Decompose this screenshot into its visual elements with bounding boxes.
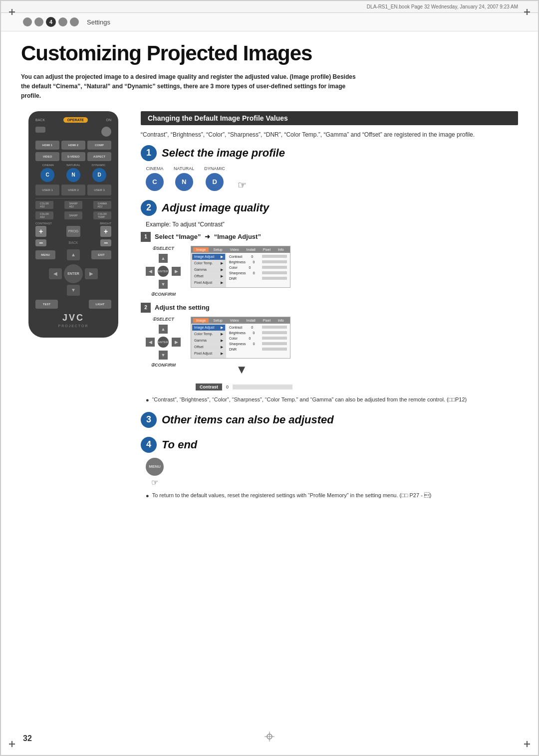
- minus-row: − BACK −: [35, 239, 111, 246]
- tab-info-2[interactable]: Info: [275, 318, 287, 323]
- mini-left-2[interactable]: ◀: [146, 338, 155, 347]
- user-row: USER 1 USER 2 USER 3: [35, 185, 111, 195]
- natural-profile-button[interactable]: N: [175, 173, 193, 191]
- cinema-profile-button[interactable]: C: [146, 173, 164, 191]
- menu-round-button[interactable]: MENU: [146, 458, 164, 476]
- small-button-left[interactable]: [35, 127, 45, 133]
- mini-enter-2[interactable]: ENTER: [158, 337, 169, 348]
- bright-minus[interactable]: −: [100, 239, 111, 246]
- test-button[interactable]: TEST: [35, 300, 58, 309]
- down-button[interactable]: ▼: [67, 285, 80, 296]
- test-light-row: TEST LIGHT: [35, 300, 111, 309]
- corner-tl: [9, 9, 18, 18]
- tab-install-2[interactable]: Install: [244, 318, 259, 323]
- contrast-minus[interactable]: −: [35, 239, 46, 246]
- menu-pixel-adjust[interactable]: Pixel Adjust▶: [192, 280, 225, 286]
- mini-up-1[interactable]: ▲: [159, 254, 168, 263]
- menu-button[interactable]: MENU: [35, 250, 55, 259]
- color-temp-adj[interactable]: COLORTEMP: [93, 211, 111, 219]
- menu-pixel-adjust-2[interactable]: Pixel Adjust▶: [192, 351, 225, 357]
- projector-label: PROJECTOR: [35, 324, 111, 328]
- sharp-adj-2[interactable]: SHARP: [64, 211, 82, 219]
- mini-down-2[interactable]: ▼: [159, 351, 168, 360]
- bullet-dot-2: ●: [146, 493, 149, 499]
- natural-n-button[interactable]: N: [66, 168, 80, 182]
- tab-pixel[interactable]: Pixel: [260, 247, 273, 252]
- hdmi2-button[interactable]: HDMI 2: [61, 141, 85, 150]
- dynamic-label: DYNAMIC: [86, 164, 111, 167]
- confirm-label-2: ②CONFIRM: [151, 363, 176, 368]
- menu-image-adjust[interactable]: Image Adjust▶: [192, 254, 225, 260]
- page-outer: DLA-RS1_EN.book Page 32 Wednesday, Janua…: [0, 0, 539, 756]
- mini-enter-1[interactable]: ENTER: [158, 266, 169, 277]
- substep-2-header: 2 Adjust the setting: [141, 303, 518, 313]
- mini-right-1[interactable]: ▶: [172, 267, 181, 276]
- right-button[interactable]: ▶: [85, 268, 98, 279]
- left-column: BACK OPERATE ON HDMI 1 HDMI 2 COMP: [21, 111, 126, 338]
- menu-gamma[interactable]: Gamma▶: [192, 267, 225, 273]
- menu-gamma-2[interactable]: Gamma▶: [192, 338, 225, 344]
- contrast-bar-value: 0: [226, 384, 229, 389]
- dot-4: [58, 17, 67, 26]
- substep-1-title: Select “Image” ➜ “Image Adjust”: [155, 233, 261, 240]
- jvc-logo: JVC: [35, 313, 111, 323]
- menu-image-adjust-2[interactable]: Image Adjust▶: [192, 325, 225, 331]
- step-1-block: 1 Select the image profile CINEMA C NATU…: [141, 145, 518, 191]
- substep-arrow: ➜: [205, 233, 210, 240]
- mini-up-2[interactable]: ▲: [159, 325, 168, 334]
- menu-offset[interactable]: Offset▶: [192, 273, 225, 280]
- menu-color-temp[interactable]: Color Temp.▶: [192, 260, 225, 267]
- left-button[interactable]: ◀: [49, 268, 62, 279]
- tab-setup[interactable]: Setup: [210, 247, 225, 252]
- color-adj-1[interactable]: COLORADJ: [35, 201, 53, 209]
- step-1-title: Select the image profile: [162, 147, 285, 160]
- user1-button[interactable]: USER 1: [35, 185, 59, 195]
- prog-button[interactable]: PROG: [66, 226, 80, 237]
- mini-right-2[interactable]: ▶: [172, 338, 181, 347]
- mini-left-1[interactable]: ◀: [146, 267, 155, 276]
- operate-button[interactable]: OPERATE: [63, 117, 88, 123]
- up-button[interactable]: ▲: [67, 249, 80, 260]
- sharpness-row-2: Sharpness 0: [227, 341, 289, 347]
- natural-label: NATURAL: [61, 164, 86, 167]
- tab-setup-2[interactable]: Setup: [210, 318, 225, 323]
- remote-top-row: BACK OPERATE ON: [35, 117, 111, 123]
- tab-install[interactable]: Install: [244, 247, 259, 252]
- comp-button[interactable]: COMP: [87, 141, 111, 150]
- contrast-plus[interactable]: +: [35, 226, 46, 237]
- intro-text: You can adjust the projected image to a …: [21, 72, 360, 101]
- menu-screenshot-1: Image Setup Video Install Pixel Info: [191, 246, 290, 288]
- aspect-button[interactable]: ASPECT: [87, 152, 111, 161]
- enter-button[interactable]: ENTER: [64, 264, 83, 283]
- tab-info[interactable]: Info: [275, 247, 287, 252]
- gamma-adj[interactable]: GAMMAADJ: [93, 201, 111, 209]
- natural-profile-item: NATURAL N: [174, 166, 194, 191]
- cinema-c-button[interactable]: C: [40, 168, 54, 182]
- menu-color-temp-2[interactable]: Color Temp.▶: [192, 331, 225, 338]
- tab-video-2[interactable]: Video: [227, 318, 242, 323]
- exit-button[interactable]: EXIT: [91, 250, 111, 259]
- bright-plus[interactable]: +: [100, 226, 111, 237]
- menu-offset-2[interactable]: Offset▶: [192, 344, 225, 351]
- hdmi1-button[interactable]: HDMI 1: [35, 141, 59, 150]
- user2-button[interactable]: USER 2: [61, 185, 85, 195]
- dynamic-profile-button[interactable]: D: [206, 173, 224, 191]
- tab-video[interactable]: Video: [227, 247, 242, 252]
- substep-1-number: 1: [141, 232, 151, 242]
- power-button[interactable]: [101, 127, 111, 137]
- video-button[interactable]: VIDEO: [35, 152, 59, 161]
- menu-top-bar-2: Image Setup Video Install Pixel Info: [191, 317, 290, 324]
- svideo-button[interactable]: S-VIDEO: [61, 152, 85, 161]
- tab-image-2[interactable]: Image: [193, 318, 209, 323]
- mini-down-1[interactable]: ▼: [159, 280, 168, 289]
- bright-label: BRIGHT: [100, 222, 111, 225]
- tab-pixel-2[interactable]: Pixel: [260, 318, 273, 323]
- top-buttons-row: [35, 127, 111, 137]
- user3-button[interactable]: USER 3: [87, 185, 111, 195]
- tab-image[interactable]: Image: [193, 247, 209, 252]
- menu-right-2: Contrast 0 Brightness 0: [226, 324, 290, 358]
- color-adj-2[interactable]: COLORADJ: [35, 211, 53, 219]
- light-button[interactable]: LIGHT: [89, 300, 111, 309]
- sharp-adj[interactable]: SHARPADJ: [64, 201, 82, 209]
- dynamic-d-button[interactable]: D: [92, 168, 106, 182]
